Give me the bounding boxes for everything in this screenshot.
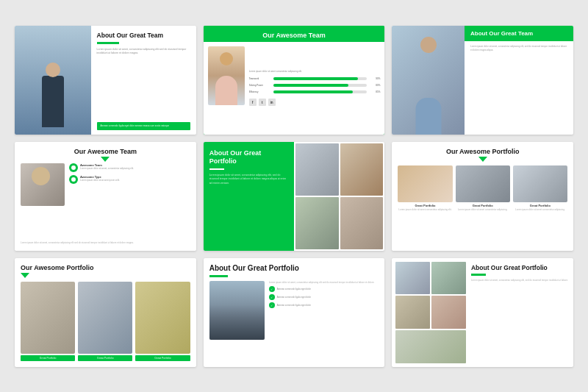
slide9-green-bar: [471, 274, 486, 276]
slides-grid: About Our Great Team Lorem ipsum dolor s…: [15, 26, 573, 367]
slide-3: About Our Great Team Lorem ipsum dolor s…: [392, 26, 573, 135]
slide4-item-2-desc: Lorem ipsum dolor sit at amet proin veli…: [80, 179, 120, 182]
slide8-main: Lorem ipsum dolor sit amet, consectetur …: [209, 281, 379, 361]
slide1-title: About Our Great Team: [97, 32, 190, 39]
slide2-right: Lorem ipsum dolor sit amet consectetur a…: [249, 46, 381, 130]
slide4-item-2-text: Awesome Type Lorem ipsum dolor sit at am…: [80, 175, 120, 182]
slide6-item-1: Great Portfolio Lorem ipsum dolor sit am…: [398, 165, 452, 212]
slide8-check-1: Aenean commodo ligula eget dolor: [269, 286, 379, 292]
slide2-title: Our Awesome Team: [207, 32, 381, 39]
bar-solving-label: Solving Power: [249, 84, 271, 87]
slide7-col-2: Great Portfolio: [78, 282, 132, 361]
slide2-body: Lorem ipsum dolor sit amet consectetur a…: [204, 42, 385, 135]
slide5-photo-2: [340, 143, 384, 196]
slide5-left: About Our Great Portfolio Lorem ipsum do…: [204, 142, 294, 251]
linkedin-icon[interactable]: in: [268, 99, 276, 106]
slide8-right-text: Lorem ipsum dolor sit amet, consectetur …: [269, 281, 379, 361]
slide7-green-label-3: Great Portfolio: [135, 355, 190, 361]
person-figure: [15, 26, 91, 135]
slide5-photo-3: [295, 197, 339, 249]
person-image: [15, 26, 91, 135]
slide8-building-photo: [209, 281, 265, 340]
slide7-col-1: Great Portfolio: [21, 282, 75, 361]
slide5-title: About Our Great Portfolio: [209, 149, 288, 166]
slide6-text-3: Lorem ipsum dolor sit amet consectetur a…: [513, 209, 567, 212]
slide7-green-label-1: Great Portfolio: [21, 355, 75, 361]
slide3-content: About Our Great Team Lorem ipsum dolor s…: [465, 26, 573, 135]
slide4-arrow: [101, 157, 110, 162]
slide6-label-1: Great Portfolio: [398, 204, 452, 207]
slide2-person-photo: [208, 46, 245, 105]
slide1-green-box: Aenean commodo ligula eget dolor aenean …: [97, 122, 190, 129]
slide6-text-2: Lorem ipsum dolor sit amet consectetur a…: [456, 209, 510, 212]
slide3-title: About Our Great Team: [470, 30, 567, 38]
slide7-photo-3: [135, 282, 190, 354]
slide9-photo-3: [395, 296, 430, 329]
slide6-photo-3: [513, 165, 567, 202]
slide1-green-text: Aenean commodo ligula eget dolor aenean …: [101, 124, 187, 127]
team-icon-2: [69, 175, 78, 184]
bar-efficiency-label: Efficiency: [249, 90, 271, 93]
check-icon-1: [269, 286, 275, 292]
slide-1: About Our Great Team Lorem ipsum dolor s…: [15, 26, 196, 135]
slide8-body: Lorem ipsum dolor sit amet, consectetur …: [269, 281, 379, 285]
slide4-items: Awesome Team Lorem ipsum dolor sit amet,…: [69, 163, 190, 239]
slide9-body: Lorem ipsum dolor sit amet, consectetur …: [471, 279, 569, 282]
slide9-photo-5: [395, 330, 466, 363]
team-icon-1: [69, 163, 78, 172]
slide4-item-1: Awesome Team Lorem ipsum dolor sit amet,…: [69, 163, 190, 172]
bar-solving-pct: 80%: [369, 84, 380, 87]
bar-efficiency: Efficiency 85%: [249, 90, 381, 93]
slide5-photo-1: [295, 143, 339, 196]
check-text-1: Aenean commodo ligula eget dolor: [277, 288, 311, 291]
bar-teamwork-fill: [273, 77, 358, 80]
slide6-photo-2: [456, 165, 510, 202]
slide6-item-2: Great Portfolio Lorem ipsum dolor sit am…: [456, 165, 510, 212]
check-text-2: Aenean commodo ligula eget dolor: [277, 296, 311, 299]
slide5-photos: [294, 142, 384, 251]
slide6-photos-row: Great Portfolio Lorem ipsum dolor sit am…: [398, 165, 567, 212]
slide9-photos: [392, 258, 468, 367]
slide4-team-photo: [21, 163, 65, 206]
slide2-inner: Our Awesome Team Lorem ipsum dolor sit a…: [204, 26, 385, 135]
twitter-icon[interactable]: t: [259, 99, 266, 106]
bar-teamwork-pct: 90%: [369, 77, 380, 80]
slide5-body: Lorem ipsum dolor sit amet, consectetur …: [209, 174, 288, 185]
slide-4: Our Awesome Team Awesome Team Lorem ipsu…: [15, 142, 196, 251]
slide4-main: Awesome Team Lorem ipsum dolor sit amet,…: [21, 163, 190, 239]
slide9-title: About Our Great Portfolio: [471, 264, 569, 272]
bar-solving-track: [273, 84, 368, 87]
slide3-green-header: About Our Great Team: [465, 26, 573, 42]
slide3-body: Lorem ipsum dolor sit amet, consectetur …: [470, 45, 567, 51]
slide7-photo-1: [21, 282, 75, 354]
slide4-item-1-desc: Lorem ipsum dolor sit amet, consectetur …: [80, 167, 134, 170]
bar-solving-fill: [273, 84, 348, 87]
slide6-label-3: Great Portfolio: [513, 204, 567, 207]
slide-9: About Our Great Portfolio Lorem ipsum do…: [392, 258, 573, 367]
slide3-person-image: [392, 26, 465, 135]
slide9-photo-4: [431, 296, 466, 329]
slide1-body: Lorem ipsum dolor sit amet, consectetur …: [97, 48, 190, 55]
bar-teamwork-track: [273, 77, 368, 80]
bar-efficiency-pct: 85%: [369, 90, 380, 93]
facebook-icon[interactable]: f: [249, 99, 257, 106]
slide4-title: Our Awesome Team: [21, 148, 190, 155]
slide6-item-3: Great Portfolio Lorem ipsum dolor sit am…: [513, 165, 567, 212]
slide9-photo-1: [395, 262, 430, 295]
bar-teamwork: Teamwork 90%: [249, 77, 381, 80]
slide1-accent-bar: [97, 42, 119, 44]
slide8-green-line: [209, 275, 228, 277]
team-icon-inner-2: [71, 177, 76, 182]
slide8-title: About Our Great Portfolio: [209, 264, 379, 273]
slide7-photos-row: Great Portfolio Great Portfolio Great Po…: [21, 282, 190, 361]
slide2-text: Lorem ipsum dolor sit amet consectetur a…: [249, 70, 381, 74]
slide6-text-1: Lorem ipsum dolor sit amet consectetur a…: [398, 209, 452, 212]
slide7-photo-2: [78, 282, 132, 354]
slide5-photo-4: [340, 197, 384, 249]
slide6-label-2: Great Portfolio: [456, 204, 510, 207]
slide-2: Our Awesome Team Lorem ipsum dolor sit a…: [204, 26, 385, 135]
team-icon-inner-1: [71, 165, 76, 170]
slide6-photo-1: [398, 165, 452, 202]
check-text-3: Aenean commodo ligula eget dolor: [277, 304, 311, 307]
bar-efficiency-track: [273, 90, 368, 93]
